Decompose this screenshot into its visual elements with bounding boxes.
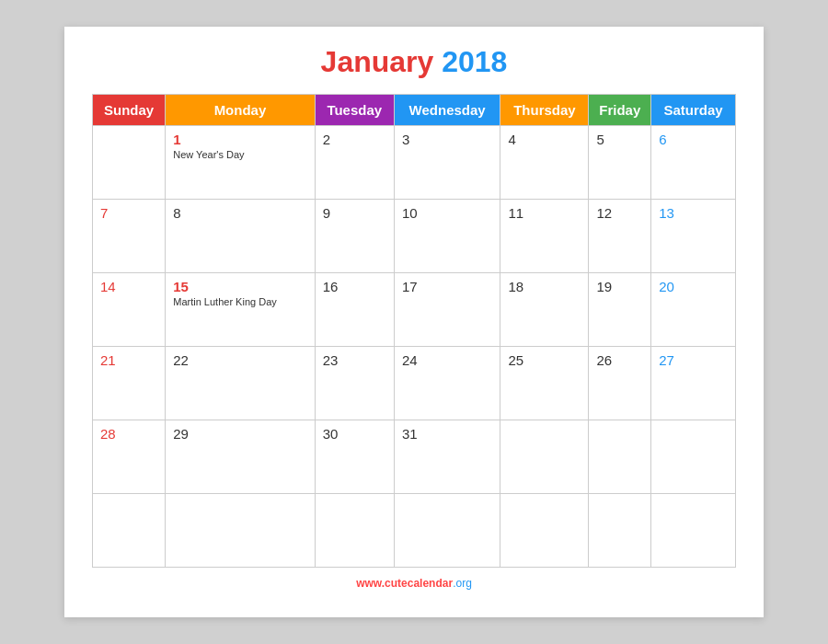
calendar-cell: 1New Year's Day bbox=[166, 126, 315, 200]
calendar-cell: 29 bbox=[166, 420, 315, 494]
calendar-container: January 2018 Sunday Monday Tuesday Wedne… bbox=[64, 27, 764, 617]
calendar-cell: 24 bbox=[394, 347, 500, 420]
calendar-cell: 26 bbox=[589, 347, 651, 420]
year-label: 2018 bbox=[442, 45, 507, 78]
calendar-cell: 19 bbox=[589, 273, 651, 347]
day-number: 23 bbox=[323, 352, 386, 368]
day-number: 17 bbox=[402, 279, 493, 294]
calendar-cell: 7 bbox=[93, 200, 166, 273]
calendar-cell: 27 bbox=[651, 347, 736, 420]
calendar-cell bbox=[651, 420, 736, 494]
calendar-cell: 22 bbox=[166, 347, 315, 420]
day-number: 5 bbox=[596, 132, 643, 147]
calendar-cell bbox=[589, 420, 651, 494]
header-saturday: Saturday bbox=[651, 95, 736, 126]
day-number: 27 bbox=[659, 352, 728, 368]
header-wednesday: Wednesday bbox=[394, 95, 500, 126]
day-number: 21 bbox=[100, 352, 157, 368]
day-number: 8 bbox=[173, 205, 306, 221]
calendar-cell bbox=[93, 126, 166, 200]
day-number: 30 bbox=[323, 426, 386, 442]
calendar-table: Sunday Monday Tuesday Wednesday Thursday… bbox=[92, 94, 736, 568]
calendar-cell: 17 bbox=[394, 273, 500, 347]
calendar-cell: 2 bbox=[315, 126, 394, 200]
holiday-label: Martin Luther King Day bbox=[173, 296, 306, 307]
calendar-cell: 18 bbox=[500, 273, 589, 347]
holiday-label: New Year's Day bbox=[173, 149, 306, 160]
calendar-cell: 16 bbox=[315, 273, 394, 347]
calendar-cell: 4 bbox=[500, 126, 589, 200]
header-monday: Monday bbox=[166, 95, 315, 126]
day-number: 3 bbox=[402, 132, 493, 147]
day-number: 29 bbox=[173, 426, 306, 442]
day-number: 7 bbox=[100, 205, 157, 221]
day-number: 26 bbox=[596, 352, 643, 368]
day-number: 20 bbox=[659, 279, 728, 294]
day-number: 14 bbox=[100, 279, 157, 294]
calendar-cell: 23 bbox=[315, 347, 394, 420]
month-label: January bbox=[321, 45, 443, 78]
calendar-cell: 12 bbox=[589, 200, 651, 273]
calendar-cell bbox=[589, 494, 651, 568]
calendar-cell bbox=[394, 494, 500, 568]
day-number: 6 bbox=[659, 132, 728, 147]
calendar-cell: 9 bbox=[315, 200, 394, 273]
calendar-cell: 14 bbox=[93, 273, 166, 347]
day-number: 18 bbox=[508, 279, 581, 294]
header-thursday: Thursday bbox=[500, 95, 589, 126]
calendar-cell bbox=[315, 494, 394, 568]
calendar-cell bbox=[651, 494, 736, 568]
header-tuesday: Tuesday bbox=[315, 95, 394, 126]
calendar-cell: 13 bbox=[651, 200, 736, 273]
day-number: 4 bbox=[508, 132, 581, 147]
calendar-cell: 20 bbox=[651, 273, 736, 347]
brand-cute: www.cutecalendar bbox=[356, 577, 453, 590]
day-number: 31 bbox=[402, 426, 493, 442]
calendar-cell bbox=[500, 420, 589, 494]
calendar-cell: 3 bbox=[394, 126, 500, 200]
header-sunday: Sunday bbox=[93, 95, 166, 126]
day-number: 10 bbox=[402, 205, 493, 221]
day-number: 2 bbox=[323, 132, 386, 147]
calendar-cell: 28 bbox=[93, 420, 166, 494]
calendar-cell: 15Martin Luther King Day bbox=[166, 273, 315, 347]
day-number: 19 bbox=[596, 279, 643, 294]
calendar-cell: 21 bbox=[93, 347, 166, 420]
calendar-cell: 10 bbox=[394, 200, 500, 273]
day-number: 11 bbox=[508, 205, 581, 221]
day-number: 22 bbox=[173, 352, 306, 368]
calendar-cell: 5 bbox=[589, 126, 651, 200]
day-number: 28 bbox=[100, 426, 157, 442]
footer: www.cutecalendar.org bbox=[92, 577, 736, 590]
day-number: 12 bbox=[596, 205, 643, 221]
calendar-cell bbox=[93, 494, 166, 568]
day-number: 1 bbox=[173, 132, 306, 147]
day-number: 25 bbox=[508, 352, 581, 368]
calendar-title: January 2018 bbox=[92, 45, 736, 79]
calendar-cell: 25 bbox=[500, 347, 589, 420]
calendar-cell bbox=[500, 494, 589, 568]
calendar-cell bbox=[166, 494, 315, 568]
calendar-cell: 31 bbox=[394, 420, 500, 494]
calendar-cell: 8 bbox=[166, 200, 315, 273]
day-number: 24 bbox=[402, 352, 493, 368]
day-number: 16 bbox=[323, 279, 386, 294]
day-number: 9 bbox=[323, 205, 386, 221]
brand-org: .org bbox=[453, 577, 472, 590]
calendar-cell: 30 bbox=[315, 420, 394, 494]
calendar-cell: 11 bbox=[500, 200, 589, 273]
header-friday: Friday bbox=[589, 95, 651, 126]
calendar-cell: 6 bbox=[651, 126, 736, 200]
day-number: 15 bbox=[173, 279, 306, 294]
day-number: 13 bbox=[659, 205, 728, 221]
